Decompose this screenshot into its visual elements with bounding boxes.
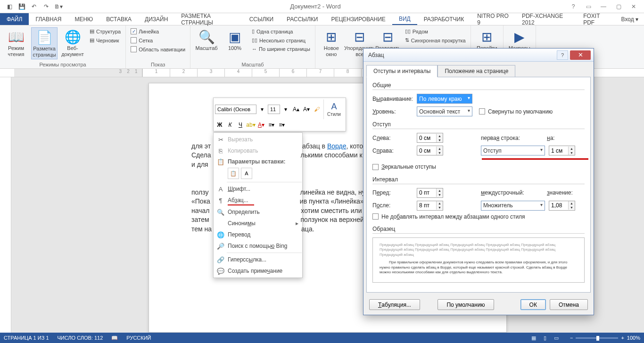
bullets-icon[interactable]: ≡▾: [267, 120, 276, 130]
mirror-indents-checkbox[interactable]: Зеркальные отступы: [372, 163, 436, 170]
zoom-level[interactable]: 100%: [627, 335, 640, 341]
tab-menu[interactable]: Меню: [68, 13, 99, 25]
page-width-button[interactable]: ↔ По ширине страницы: [250, 45, 312, 53]
ok-button[interactable]: ОК: [520, 299, 546, 310]
dialog-close-icon[interactable]: ✕: [570, 50, 591, 60]
dialog-tab-pagination[interactable]: Положение на странице: [438, 65, 515, 77]
dialog-tab-indents[interactable]: Отступы и интервалы: [366, 65, 438, 77]
tabs-button[interactable]: Табуляция...: [369, 299, 420, 310]
ribbon-options-icon[interactable]: ▭: [582, 1, 595, 12]
tab-nitro[interactable]: NITRO PRO 9: [471, 13, 515, 25]
quick-access-toolbar: ◧ 💾 ↶ ↷ 🗎▾: [0, 1, 64, 12]
title-bar: ◧ 💾 ↶ ↷ 🗎▾ Документ2 - Word ? ▭ — ▢ ✕: [0, 0, 644, 13]
gridlines-checkbox[interactable]: Сетка: [129, 36, 187, 44]
font-color-icon[interactable]: A▾: [256, 120, 266, 130]
zoom-in-icon[interactable]: +: [621, 335, 624, 341]
bold-icon[interactable]: Ж: [215, 120, 224, 130]
zoom-button[interactable]: 🔍Масштаб: [193, 27, 220, 52]
ctx-new-comment[interactable]: 💬Создать примечание: [214, 265, 302, 277]
tab-home[interactable]: ГЛАВНАЯ: [29, 13, 68, 25]
zoom-slider[interactable]: − + 100%: [570, 335, 640, 341]
font-dropdown-icon[interactable]: ▾: [257, 105, 267, 114]
page-indicator[interactable]: СТРАНИЦА 1 ИЗ 1: [4, 335, 49, 341]
no-space-same-style-checkbox[interactable]: Не добавлять интервал между абзацами одн…: [372, 213, 525, 220]
ribbon-tabs: ФАЙЛ ГЛАВНАЯ Меню ВСТАВКА ДИЗАЙН РАЗМЕТК…: [0, 13, 644, 25]
spellcheck-icon[interactable]: 📖: [111, 335, 118, 341]
print-view-icon[interactable]: ▯: [540, 334, 550, 342]
space-before-spinner[interactable]: ▲▼: [417, 188, 443, 198]
language-indicator[interactable]: РУССКИЙ: [126, 335, 151, 341]
navpane-checkbox[interactable]: Область навигации: [129, 45, 187, 53]
tab-review[interactable]: РЕЦЕНЗИРОВАНИЕ: [324, 13, 392, 25]
spacing-group: Интервал: [372, 176, 585, 184]
sync-scroll-button[interactable]: ⇅ Синхронная прокрутка: [403, 36, 468, 44]
indent-left-spinner[interactable]: ▲▼: [417, 133, 443, 143]
italic-icon[interactable]: К: [225, 120, 235, 130]
redo-icon[interactable]: ↷: [41, 1, 52, 12]
window-title: Документ2 - Word: [64, 3, 567, 10]
outline-button[interactable]: ▤ Структура: [88, 27, 123, 35]
print-layout-button[interactable]: 📄Разметка страницы: [31, 27, 58, 59]
indent-right-spinner[interactable]: ▲▼: [417, 146, 443, 155]
vertical-ruler[interactable]: [0, 77, 11, 333]
tab-design[interactable]: ДИЗАЙН: [138, 13, 174, 25]
highlight-icon[interactable]: ab▾: [246, 120, 256, 130]
dialog-help-icon[interactable]: ?: [557, 50, 568, 60]
numbering-icon[interactable]: ≡▾: [277, 120, 287, 130]
web-layout-button[interactable]: 🌐Веб-документ: [59, 27, 86, 58]
one-page-button[interactable]: ▯ Одна страница: [250, 27, 312, 35]
tab-file[interactable]: ФАЙЛ: [0, 13, 29, 25]
size-dropdown-icon[interactable]: ▾: [281, 105, 290, 114]
styles-button[interactable]: AСтили: [323, 99, 344, 119]
draft-button[interactable]: ▤ Черновик: [88, 36, 123, 44]
ctx-hyperlink[interactable]: 🔗Гиперссылка...: [214, 254, 302, 265]
space-after-spinner[interactable]: ▲▼: [417, 201, 443, 211]
dialog-titlebar[interactable]: Абзац ? ✕: [363, 49, 594, 62]
hyperlink-icon: 🔗: [216, 256, 225, 263]
new-window-button[interactable]: ⊞Новое окно: [318, 27, 345, 58]
tab-mailings[interactable]: РАССЫЛКИ: [280, 13, 324, 25]
minimize-icon[interactable]: —: [597, 1, 610, 12]
word-count[interactable]: ЧИСЛО СЛОВ: 112: [58, 335, 103, 341]
tab-layout[interactable]: РАЗМЕТКА СТРАНИЦЫ: [174, 13, 242, 25]
tab-references[interactable]: ССЫЛКИ: [243, 13, 280, 25]
tab-foxit[interactable]: Foxit PDF: [577, 13, 615, 25]
help-icon[interactable]: ?: [567, 1, 580, 12]
set-default-button[interactable]: По умолчанию: [438, 299, 494, 310]
cancel-button[interactable]: Отмена: [550, 299, 588, 310]
tab-insert[interactable]: ВСТАВКА: [99, 13, 138, 25]
ctx-bing-search[interactable]: 🔎Поиск с помощью Bing: [214, 240, 302, 252]
read-view-icon[interactable]: ▦: [528, 334, 539, 342]
multi-page-button[interactable]: ▯▯ Несколько страниц: [250, 36, 312, 44]
preview-group: Образец: [372, 226, 585, 234]
alignment-select[interactable]: По левому краю: [417, 94, 472, 104]
collapsed-checkbox[interactable]: Свернуты по умолчанию: [479, 108, 553, 115]
new-doc-icon[interactable]: 🗎▾: [53, 1, 64, 12]
tab-developer[interactable]: РАЗРАБОТЧИК: [417, 13, 471, 25]
side-by-side-button[interactable]: ▯▯ Рядом: [403, 27, 468, 35]
format-painter-icon[interactable]: 🖌: [312, 105, 322, 114]
signin-link[interactable]: Вход ▾: [616, 13, 644, 25]
line-spacing-at-spinner[interactable]: ▲▼: [549, 201, 575, 211]
font-size-input[interactable]: [268, 105, 280, 114]
read-mode-button[interactable]: 📖Режим чтения: [3, 27, 29, 58]
tab-pdfxchange[interactable]: PDF-XChange 2012: [515, 13, 577, 25]
word-icon[interactable]: ◧: [4, 1, 15, 12]
line-spacing-select[interactable]: Множитель: [481, 201, 545, 211]
ruler-checkbox[interactable]: ✓Линейка: [129, 27, 187, 35]
outline-level-select[interactable]: Основной текст: [417, 106, 472, 116]
web-view-icon[interactable]: ▭: [551, 334, 561, 342]
zoom-100-button[interactable]: ▣100%: [222, 27, 248, 52]
save-icon[interactable]: 💾: [16, 1, 27, 12]
first-line-by-spinner[interactable]: ▲▼: [549, 146, 575, 155]
close-icon[interactable]: ✕: [627, 1, 640, 12]
grow-font-icon[interactable]: A▴: [291, 105, 301, 114]
zoom-out-icon[interactable]: −: [570, 335, 573, 341]
shrink-font-icon[interactable]: A▾: [302, 105, 311, 114]
tab-view[interactable]: ВИД: [392, 13, 417, 25]
font-name-input[interactable]: [215, 105, 256, 114]
first-line-select[interactable]: Отступ: [481, 146, 545, 155]
underline-icon[interactable]: Ч: [236, 120, 245, 130]
maximize-icon[interactable]: ▢: [612, 1, 625, 12]
undo-icon[interactable]: ↶: [28, 1, 40, 12]
